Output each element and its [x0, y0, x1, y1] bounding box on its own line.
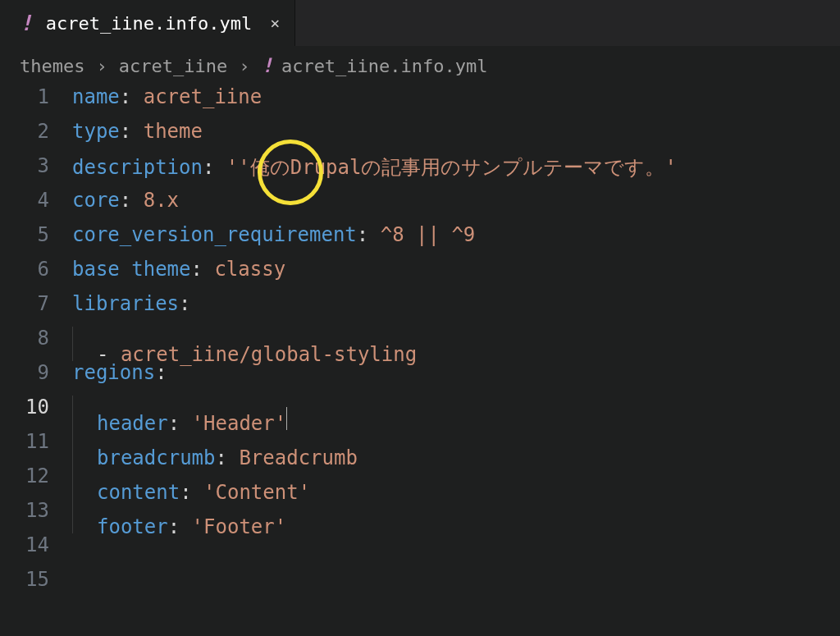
yaml-separator: :	[120, 120, 144, 143]
code-content[interactable]: description: ''俺のDrupalの記事用のサンプルテーマです。'	[72, 154, 677, 181]
code-content[interactable]: header: 'Header'	[72, 396, 287, 435]
line-number: 8	[0, 327, 72, 350]
close-icon[interactable]: ×	[270, 13, 280, 33]
yaml-key: regions	[72, 361, 155, 384]
yaml-separator: :	[168, 515, 192, 538]
line-number: 9	[0, 361, 72, 384]
yaml-separator: :	[191, 258, 215, 281]
code-line[interactable]: 15	[0, 568, 840, 602]
line-number: 1	[0, 85, 72, 108]
code-content[interactable]: base theme: classy	[72, 258, 285, 281]
code-line[interactable]: 4core: 8.x	[0, 189, 840, 223]
yaml-file-icon: !	[261, 54, 272, 77]
code-content[interactable]: - acret_iine/global-styling	[72, 327, 417, 366]
tab-file-name: acret_iine.info.yml	[46, 13, 253, 34]
code-line[interactable]: 14	[0, 533, 840, 568]
yaml-key: footer	[97, 515, 168, 538]
code-content[interactable]: core: 8.x	[72, 189, 179, 212]
code-line[interactable]: 1name: acret_iine	[0, 85, 840, 120]
code-content[interactable]: core_version_requirement: ^8 || ^9	[72, 223, 475, 246]
yaml-value: ''俺のDrupalの記事用のサンプルテーマです。'	[226, 154, 677, 181]
code-content[interactable]: footer: 'Footer'	[72, 499, 286, 538]
code-content[interactable]: name: acret_iine	[72, 85, 262, 108]
yaml-separator: :	[203, 156, 226, 179]
code-line[interactable]: 5core_version_requirement: ^8 || ^9	[0, 223, 840, 258]
indent-guide	[72, 396, 73, 430]
chevron-right-icon: ›	[239, 56, 249, 76]
line-number: 5	[0, 223, 72, 246]
tab-bar: ! acret_iine.info.yml ×	[0, 0, 840, 46]
chevron-right-icon: ›	[96, 56, 107, 76]
yaml-key: libraries	[72, 292, 179, 315]
yaml-key: core	[72, 189, 120, 212]
code-line[interactable]: 3description: ''俺のDrupalの記事用のサンプルテーマです。'	[0, 154, 840, 189]
editor-area[interactable]: 1name: acret_iine2type: theme3descriptio…	[0, 82, 840, 602]
yaml-key: type	[72, 120, 120, 143]
code-content[interactable]: content: 'Content'	[72, 464, 310, 504]
code-line[interactable]: 12content: 'Content'	[0, 464, 840, 499]
yaml-key: name	[72, 85, 120, 108]
line-number: 4	[0, 189, 72, 212]
yaml-separator: :	[155, 361, 167, 384]
yaml-value: theme	[144, 120, 203, 143]
code-line[interactable]: 13footer: 'Footer'	[0, 499, 840, 533]
line-number: 10	[0, 396, 72, 419]
yaml-value: ^8 || ^9	[381, 223, 476, 246]
breadcrumb-segment[interactable]: themes	[20, 56, 84, 76]
yaml-file-icon: !	[20, 11, 33, 35]
line-number: 6	[0, 258, 72, 281]
indent-guide	[72, 499, 73, 533]
line-number: 2	[0, 120, 72, 143]
indent-guide	[72, 327, 73, 361]
yaml-value: acret_iine	[144, 85, 262, 108]
breadcrumb-segment[interactable]: acret_iine	[119, 56, 227, 76]
code-line[interactable]: 9regions:	[0, 361, 840, 396]
line-number: 11	[0, 430, 72, 453]
line-number: 15	[0, 568, 72, 591]
code-line[interactable]: 6base theme: classy	[0, 258, 840, 292]
yaml-separator: :	[357, 223, 381, 246]
line-number: 3	[0, 154, 72, 177]
code-line[interactable]: 8- acret_iine/global-styling	[0, 327, 840, 361]
yaml-separator: :	[120, 85, 144, 108]
code-content[interactable]: regions:	[72, 361, 167, 384]
breadcrumb: themes › acret_iine › ! acret_iine.info.…	[0, 46, 840, 82]
yaml-value: classy	[214, 258, 285, 281]
code-content[interactable]: libraries:	[72, 292, 191, 315]
code-content[interactable]: type: theme	[72, 120, 203, 143]
code-line[interactable]: 11breadcrumb: Breadcrumb	[0, 430, 840, 464]
yaml-key: core_version_requirement	[72, 223, 357, 246]
code-line[interactable]: 7libraries:	[0, 292, 840, 327]
yaml-value: 'Footer'	[192, 515, 287, 538]
line-number: 7	[0, 292, 72, 315]
text-cursor	[286, 407, 287, 430]
code-line[interactable]: 10header: 'Header'	[0, 396, 840, 430]
yaml-key: base theme	[72, 258, 191, 281]
code-content[interactable]: breadcrumb: Breadcrumb	[72, 430, 358, 469]
yaml-separator: :	[120, 189, 144, 212]
breadcrumb-file-name[interactable]: acret_iine.info.yml	[281, 56, 488, 76]
yaml-separator: :	[179, 292, 190, 315]
line-number: 13	[0, 499, 72, 522]
code-line[interactable]: 2type: theme	[0, 120, 840, 154]
line-number: 14	[0, 533, 72, 556]
indent-guide	[72, 464, 73, 499]
line-number: 12	[0, 464, 72, 487]
editor-tab[interactable]: ! acret_iine.info.yml ×	[0, 0, 295, 46]
yaml-key: description	[72, 156, 203, 179]
yaml-value: 8.x	[144, 189, 179, 212]
indent-guide	[72, 430, 73, 464]
